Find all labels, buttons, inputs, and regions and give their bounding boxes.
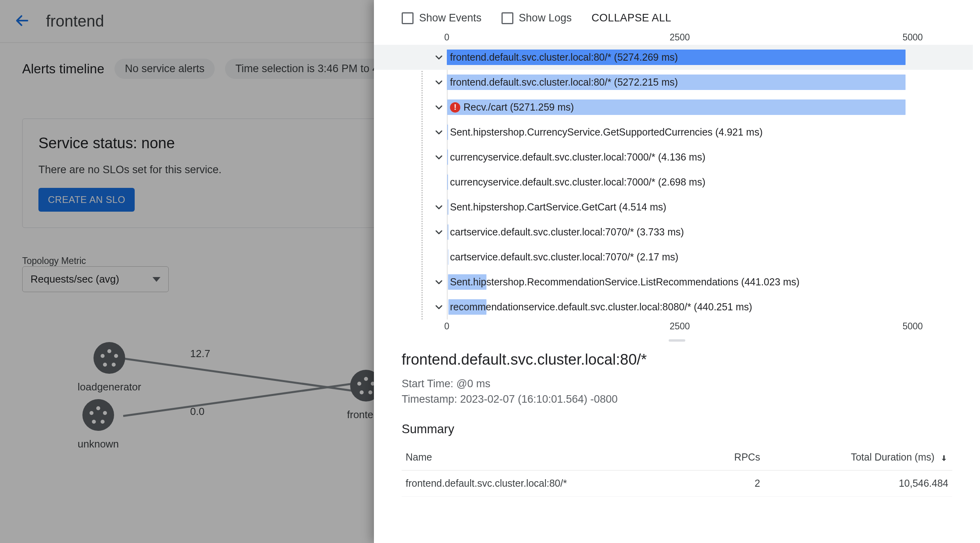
axis-tick: 0: [444, 32, 450, 43]
span-label: Sent.hipstershop.RecommendationService.L…: [450, 276, 973, 288]
start-time-label: Start Time:: [402, 378, 456, 390]
col-total-duration-label: Total Duration (ms): [851, 451, 934, 463]
chevron-down-icon[interactable]: [433, 127, 444, 138]
error-icon: !: [450, 102, 460, 113]
node-label-loadgenerator: loadgenerator: [78, 381, 141, 393]
span-label: Sent.hipstershop.CartService.GetCart (4.…: [450, 201, 973, 213]
waterfall-list: frontend.default.svc.cluster.local:80/* …: [374, 45, 980, 319]
chevron-down-icon[interactable]: [433, 202, 444, 213]
resize-handle[interactable]: [374, 334, 980, 347]
span-label: currencyservice.default.svc.cluster.loca…: [450, 151, 973, 163]
chevron-down-icon[interactable]: [433, 302, 444, 313]
span-row[interactable]: recommendationservice.default.svc.cluste…: [374, 294, 973, 319]
span-details: frontend.default.svc.cluster.local:80/* …: [374, 347, 980, 512]
show-events-label: Show Events: [419, 12, 482, 24]
span-label: Sent.hipstershop.CurrencyService.GetSupp…: [450, 126, 973, 138]
span-details-title: frontend.default.svc.cluster.local:80/*: [402, 351, 952, 368]
show-logs-checkbox[interactable]: Show Logs: [501, 12, 572, 24]
summary-title: Summary: [402, 422, 952, 436]
node-label-unknown: unknown: [78, 438, 119, 450]
span-label: cartservice.default.svc.cluster.local:70…: [450, 251, 973, 263]
summary-header-row: Name RPCs Total Duration (ms): [402, 444, 952, 470]
show-logs-label: Show Logs: [519, 12, 572, 24]
collapse-all-button[interactable]: COLLAPSE ALL: [591, 12, 671, 24]
checkbox-box-icon: [402, 12, 414, 24]
axis-tick: 2500: [669, 321, 690, 332]
span-row[interactable]: Sent.hipstershop.CartService.GetCart (4.…: [374, 195, 973, 220]
axis-tick: 5000: [902, 32, 923, 43]
span-bar[interactable]: [447, 174, 448, 190]
span-bar[interactable]: [448, 199, 448, 215]
col-rpcs[interactable]: RPCs: [704, 444, 764, 470]
waterfall-bottom-axis: 0 2500 5000: [447, 321, 913, 334]
show-events-checkbox[interactable]: Show Events: [402, 12, 482, 24]
span-row[interactable]: frontend.default.svc.cluster.local:80/* …: [374, 45, 973, 70]
summary-rpcs: 2: [704, 470, 764, 497]
span-row[interactable]: frontend.default.svc.cluster.local:80/* …: [374, 70, 973, 95]
span-label: recommendationservice.default.svc.cluste…: [450, 301, 973, 313]
edge-label-loadgenerator-frontend: 12.7: [189, 348, 212, 360]
back-arrow-icon[interactable]: [14, 13, 30, 30]
span-label: !Recv./cart (5271.259 ms): [450, 101, 973, 113]
edge-label-unknown-frontend: 0.0: [189, 405, 206, 418]
edge-unknown-frontend: [123, 381, 367, 417]
span-row[interactable]: cartservice.default.svc.cluster.local:70…: [374, 245, 973, 270]
span-row[interactable]: Sent.hipstershop.RecommendationService.L…: [374, 270, 973, 294]
col-total-duration[interactable]: Total Duration (ms): [764, 444, 952, 470]
waterfall-top-axis: 0 2500 5000: [447, 32, 913, 45]
chevron-down-icon[interactable]: [433, 277, 444, 288]
sort-descending-icon: [937, 451, 948, 463]
node-loadgenerator[interactable]: loadgenerator: [78, 342, 141, 393]
timestamp-label: Timestamp:: [402, 393, 460, 405]
span-bar[interactable]: [447, 149, 448, 165]
chevron-down-icon[interactable]: [433, 102, 444, 113]
chevron-down-icon[interactable]: [433, 52, 444, 63]
alerts-timeline-label: Alerts timeline: [22, 61, 104, 76]
chevron-down-icon[interactable]: [433, 152, 444, 163]
start-time-value: @0 ms: [456, 378, 490, 390]
checkbox-box-icon: [501, 12, 513, 24]
axis-tick: 2500: [669, 32, 690, 43]
col-name[interactable]: Name: [402, 444, 704, 470]
node-unknown[interactable]: unknown: [78, 399, 119, 450]
span-label: frontend.default.svc.cluster.local:80/* …: [450, 52, 973, 63]
span-label: cartservice.default.svc.cluster.local:70…: [450, 226, 973, 238]
span-bar[interactable]: [448, 224, 448, 240]
axis-tick: 0: [444, 321, 450, 332]
span-bar[interactable]: [447, 124, 448, 140]
create-slo-button[interactable]: CREATE AN SLO: [38, 188, 135, 212]
span-row[interactable]: !Recv./cart (5271.259 ms): [374, 95, 973, 120]
span-label: frontend.default.svc.cluster.local:80/* …: [450, 76, 973, 88]
chevron-down-icon[interactable]: [433, 227, 444, 238]
page-title: frontend: [46, 12, 104, 30]
span-meta: Start Time: @0 ms Timestamp: 2023-02-07 …: [402, 376, 952, 407]
summary-total: 10,546.484: [764, 470, 952, 497]
summary-table: Name RPCs Total Duration (ms) frontend.d…: [402, 444, 952, 497]
topology-metric-select[interactable]: Requests/sec (avg): [22, 266, 169, 292]
span-row[interactable]: Sent.hipstershop.CurrencyService.GetSupp…: [374, 120, 973, 145]
span-row[interactable]: currencyservice.default.svc.cluster.loca…: [374, 145, 973, 170]
no-service-alerts-chip[interactable]: No service alerts: [114, 59, 215, 79]
trace-panel-controls: Show Events Show Logs COLLAPSE ALL: [374, 0, 980, 32]
timestamp-value: 2023-02-07 (16:10:01.564) -0800: [460, 393, 618, 405]
chevron-down-icon[interactable]: [433, 77, 444, 88]
span-row[interactable]: currencyservice.default.svc.cluster.loca…: [374, 170, 973, 195]
span-label: currencyservice.default.svc.cluster.loca…: [450, 176, 973, 188]
summary-name: frontend.default.svc.cluster.local:80/*: [402, 470, 704, 497]
summary-row[interactable]: frontend.default.svc.cluster.local:80/*2…: [402, 470, 952, 497]
span-bar[interactable]: [448, 249, 449, 265]
span-row[interactable]: cartservice.default.svc.cluster.local:70…: [374, 220, 973, 245]
topology-metric-value: Requests/sec (avg): [31, 273, 119, 285]
edge-loadgenerator-frontend: [123, 358, 367, 394]
caret-down-icon: [153, 277, 160, 282]
axis-tick: 5000: [902, 321, 923, 332]
trace-details-panel: Show Events Show Logs COLLAPSE ALL 0 250…: [374, 0, 980, 543]
